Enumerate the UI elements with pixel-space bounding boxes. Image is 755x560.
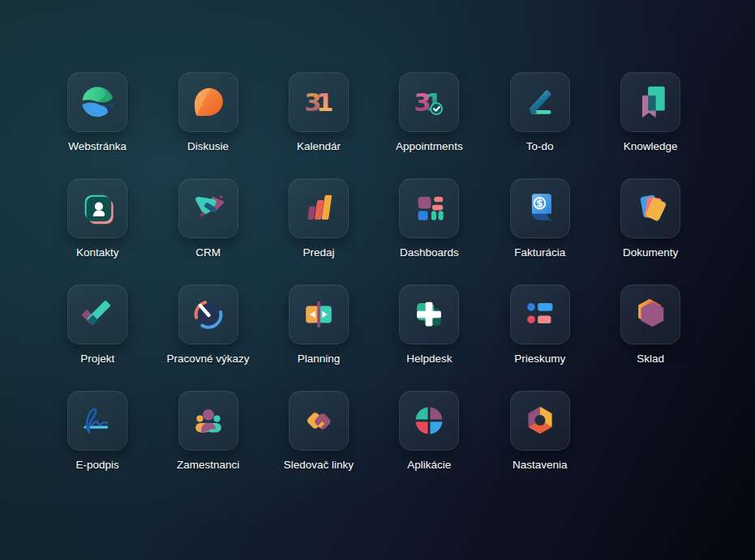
app-tile-inventory[interactable] <box>620 284 680 344</box>
app-settings[interactable]: Nastavenia <box>485 391 595 497</box>
app-contacts[interactable]: Kontakty <box>42 178 152 284</box>
invoicing-icon: $ <box>521 190 559 227</box>
app-timesheets[interactable]: Pracovné výkazy <box>152 284 263 391</box>
app-calendar[interactable]: 3 1 Kalendár <box>264 72 374 178</box>
app-label: Predaj <box>302 246 334 259</box>
app-helpdesk[interactable]: Helpdesk <box>374 284 484 391</box>
app-surveys[interactable]: Prieskumy <box>485 284 595 391</box>
app-grid-row: E-podpis Zamestnanci Sledovač linky Apli… <box>42 391 755 497</box>
app-label: Helpdesk <box>406 353 452 365</box>
app-sign[interactable]: E-podpis <box>42 391 152 497</box>
app-label: Sledovač linky <box>284 459 354 472</box>
app-label: Kontakty <box>76 246 119 259</box>
app-tile-appointments[interactable]: 3 1 <box>399 72 459 132</box>
discuss-icon <box>190 83 227 121</box>
app-label: Sklad <box>637 353 664 365</box>
helpdesk-icon <box>410 296 448 333</box>
app-tile-website[interactable] <box>67 72 127 132</box>
svg-text:1: 1 <box>316 88 333 117</box>
website-icon <box>79 83 116 121</box>
calendar-icon: 3 1 <box>300 83 337 121</box>
dashboards-icon <box>410 190 448 227</box>
surveys-icon <box>521 296 559 333</box>
app-label: Knowledge <box>624 140 678 153</box>
todo-icon <box>521 83 559 121</box>
contacts-icon <box>79 190 116 227</box>
app-label: Diskusie <box>187 140 229 153</box>
app-label: Dashboards <box>400 246 459 259</box>
app-grid-row: Projekt Pracovné výkazy Planning Helpdes… <box>42 284 755 391</box>
app-label: Webstránka <box>68 140 127 153</box>
app-appointments[interactable]: 3 1 Appointments <box>374 72 484 178</box>
app-tile-knowledge[interactable] <box>620 72 680 132</box>
app-tile-settings[interactable] <box>510 391 570 451</box>
app-tile-helpdesk[interactable] <box>399 284 459 344</box>
app-label: To-do <box>526 140 554 153</box>
app-tile-surveys[interactable] <box>510 284 570 344</box>
timesheets-icon <box>190 296 227 333</box>
app-documents[interactable]: Dokumenty <box>595 178 706 284</box>
app-tile-apps[interactable] <box>399 391 459 451</box>
app-tile-calendar[interactable]: 3 1 <box>289 72 349 132</box>
apps-icon <box>410 402 448 439</box>
project-icon <box>79 296 116 333</box>
crm-icon <box>190 190 227 227</box>
app-tile-invoicing[interactable]: $ <box>510 178 570 238</box>
app-label: Zamestnanci <box>177 459 239 472</box>
app-tile-timesheets[interactable] <box>178 284 238 344</box>
app-tile-dashboards[interactable] <box>399 178 459 238</box>
app-label: Prieskumy <box>514 353 565 365</box>
app-label: Projekt <box>80 353 114 365</box>
app-grid: Webstránka Diskusie 3 1 Kalendár 3 1 App… <box>0 0 755 497</box>
settings-icon <box>521 402 559 439</box>
app-tile-employees[interactable] <box>178 391 238 451</box>
app-planning[interactable]: Planning <box>264 284 374 391</box>
app-tile-project[interactable] <box>67 284 127 344</box>
inventory-icon <box>632 296 669 333</box>
app-project[interactable]: Projekt <box>42 284 152 391</box>
app-tile-contacts[interactable] <box>67 178 127 238</box>
app-grid-row: Webstránka Diskusie 3 1 Kalendár 3 1 App… <box>42 72 755 178</box>
app-label: E-podpis <box>76 459 119 472</box>
app-tile-documents[interactable] <box>620 178 680 238</box>
app-label: Pracovné výkazy <box>167 353 250 365</box>
app-employees[interactable]: Zamestnanci <box>152 391 263 497</box>
app-label: Appointments <box>396 140 463 153</box>
app-label: Nastavenia <box>513 459 568 472</box>
app-label: Aplikácie <box>407 459 451 472</box>
app-dashboards[interactable]: Dashboards <box>374 178 484 284</box>
app-todo[interactable]: To-do <box>485 72 595 178</box>
sales-icon <box>300 190 337 227</box>
app-website[interactable]: Webstránka <box>42 72 152 178</box>
app-invoicing[interactable]: $ Fakturácia <box>485 178 595 284</box>
sign-icon <box>79 402 116 439</box>
svg-text:$: $ <box>536 198 543 209</box>
app-tile-discuss[interactable] <box>178 72 238 132</box>
app-grid-row: Kontakty CRM Predaj Dashboards $ Fakturá… <box>42 178 755 284</box>
app-tile-crm[interactable] <box>178 178 238 238</box>
app-tile-sign[interactable] <box>67 391 127 451</box>
app-sales[interactable]: Predaj <box>264 178 374 284</box>
knowledge-icon <box>632 83 669 121</box>
app-discuss[interactable]: Diskusie <box>152 72 263 178</box>
app-label: Planning <box>298 353 341 365</box>
app-inventory[interactable]: Sklad <box>595 284 706 391</box>
app-tile-tracker[interactable] <box>289 391 349 451</box>
app-label: CRM <box>195 246 221 259</box>
employees-icon <box>190 402 227 439</box>
app-tracker[interactable]: Sledovač linky <box>264 391 374 497</box>
app-label: Dokumenty <box>623 246 678 259</box>
app-knowledge[interactable]: Knowledge <box>595 72 706 178</box>
documents-icon <box>632 190 669 227</box>
appointments-icon: 3 1 <box>410 83 448 121</box>
app-label: Kalendár <box>297 140 341 153</box>
app-label: Fakturácia <box>514 246 565 259</box>
app-apps[interactable]: Aplikácie <box>374 391 484 497</box>
app-tile-planning[interactable] <box>289 284 349 344</box>
app-crm[interactable]: CRM <box>152 178 263 284</box>
app-tile-todo[interactable] <box>510 72 570 132</box>
planning-icon <box>300 296 337 333</box>
tracker-icon <box>300 402 337 439</box>
app-tile-sales[interactable] <box>289 178 349 238</box>
